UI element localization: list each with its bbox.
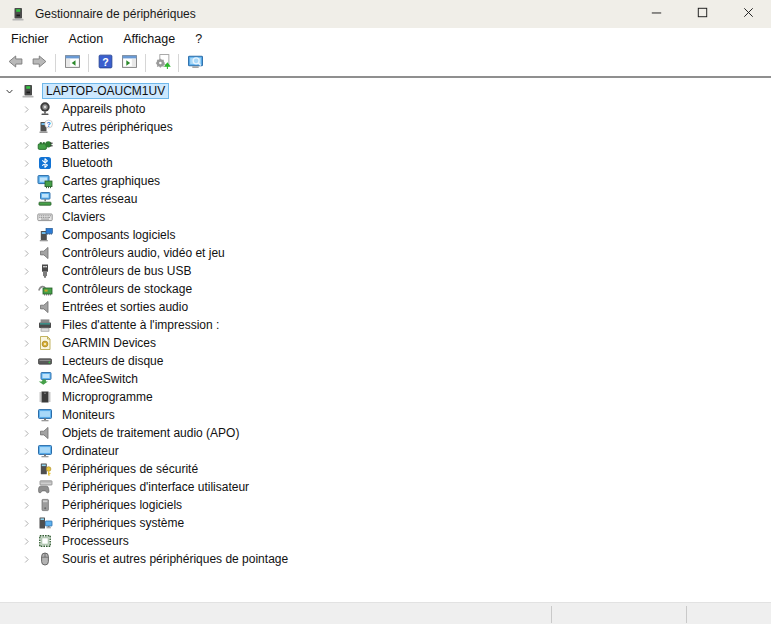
tree-item-files-d-attente-a-l-impression[interactable]: Files d'attente à l'impression : — [0, 316, 771, 334]
chevron-right-icon[interactable] — [20, 463, 33, 476]
action-pane-window-icon — [121, 53, 138, 73]
speaker-icon — [37, 245, 53, 261]
storage-controller-icon — [37, 281, 53, 297]
tree-item-controleurs-de-stockage[interactable]: Contrôleurs de stockage — [0, 280, 771, 298]
scan-hardware-changes-button[interactable] — [150, 52, 174, 74]
chevron-right-icon[interactable] — [20, 319, 33, 332]
tree-item-entrees-et-sorties-audio[interactable]: Entrées et sorties audio — [0, 298, 771, 316]
svg-text:?: ? — [46, 121, 50, 128]
tree-item-peripheriques-de-securite[interactable]: Périphériques de sécurité — [0, 460, 771, 478]
tree-item-objets-de-traitement-audio-apo[interactable]: Objets de traitement audio (APO) — [0, 424, 771, 442]
forward-button[interactable] — [27, 52, 51, 74]
tree-item-cartes-graphiques[interactable]: Cartes graphiques — [0, 172, 771, 190]
chevron-right-icon[interactable] — [20, 355, 33, 368]
tree-item-garmin-devices[interactable]: GARMIN Devices — [0, 334, 771, 352]
chevron-right-icon[interactable] — [20, 427, 33, 440]
firmware-chip-icon — [37, 389, 53, 405]
tree-item-label: Périphériques système — [59, 515, 187, 531]
tree-item-souris-et-autres-peripheriques-de-pointage[interactable]: Souris et autres périphériques de pointa… — [0, 550, 771, 568]
tree-item-controleurs-de-bus-usb[interactable]: Contrôleurs de bus USB — [0, 262, 771, 280]
tree-item-cartes-reseau[interactable]: Cartes réseau — [0, 190, 771, 208]
computer-icon — [20, 83, 36, 99]
chevron-right-icon[interactable] — [20, 301, 33, 314]
tree-item-label: Contrôleurs de bus USB — [59, 263, 194, 279]
chevron-right-icon[interactable] — [20, 535, 33, 548]
tree-item-controleurs-audio-video-et-jeu[interactable]: Contrôleurs audio, vidéo et jeu — [0, 244, 771, 262]
chevron-right-icon[interactable] — [20, 157, 33, 170]
chevron-right-icon[interactable] — [20, 391, 33, 404]
chevron-right-icon[interactable] — [20, 373, 33, 386]
tree-item-label: Objets de traitement audio (APO) — [59, 425, 242, 441]
chevron-right-icon[interactable] — [20, 193, 33, 206]
tree-item-label: Ordinateur — [59, 443, 122, 459]
tree-item-label: Souris et autres périphériques de pointa… — [59, 551, 291, 567]
tree-item-label: Périphériques logiciels — [59, 497, 185, 513]
tree-item-mcafeeswitch[interactable]: McAfeeSwitch — [0, 370, 771, 388]
chevron-right-icon[interactable] — [20, 445, 33, 458]
tree-item-processeurs[interactable]: Processeurs — [0, 532, 771, 550]
tree-item-label: Lecteurs de disque — [59, 353, 166, 369]
back-button[interactable] — [3, 52, 27, 74]
close-button[interactable] — [725, 0, 771, 28]
maximize-button[interactable] — [679, 0, 725, 28]
menu-action[interactable]: Action — [59, 29, 114, 49]
tree-item-label: Autres périphériques — [59, 119, 176, 135]
chevron-right-icon[interactable] — [20, 265, 33, 278]
toolbar-separator — [178, 54, 179, 72]
show-console-tree-button[interactable] — [60, 52, 84, 74]
chevron-right-icon[interactable] — [20, 121, 33, 134]
tree-item-label: Bluetooth — [59, 155, 116, 171]
chevron-right-icon[interactable] — [20, 409, 33, 422]
tree-item-peripheriques-systeme[interactable]: Périphériques système — [0, 514, 771, 532]
svg-text:?: ? — [102, 56, 108, 68]
chevron-right-icon[interactable] — [20, 175, 33, 188]
tree-item-peripheriques-logiciels[interactable]: Périphériques logiciels — [0, 496, 771, 514]
tree-item-label: Moniteurs — [59, 407, 118, 423]
chevron-right-icon[interactable] — [20, 283, 33, 296]
network-monitor-icon — [37, 371, 53, 387]
tree-item-moniteurs[interactable]: Moniteurs — [0, 406, 771, 424]
scan-hardware-icon — [154, 53, 171, 73]
chevron-right-icon[interactable] — [20, 211, 33, 224]
tree-item-peripheriques-d-interface-utilisateur[interactable]: Périphériques d'interface utilisateur — [0, 478, 771, 496]
toolbar-separator — [88, 54, 89, 72]
tree-item-label: Entrées et sorties audio — [59, 299, 191, 315]
chevron-down-icon[interactable] — [3, 85, 16, 98]
monitor-search-icon — [187, 53, 204, 73]
help-button[interactable]: ? — [93, 52, 117, 74]
chevron-right-icon[interactable] — [20, 247, 33, 260]
tree-item-composants-logiciels[interactable]: Composants logiciels — [0, 226, 771, 244]
disk-drive-icon — [37, 353, 53, 369]
tree-item-label: Processeurs — [59, 533, 132, 549]
chevron-right-icon[interactable] — [20, 337, 33, 350]
scan-devices-button[interactable] — [183, 52, 207, 74]
chevron-right-icon[interactable] — [20, 499, 33, 512]
status-cell-1 — [0, 606, 552, 623]
chevron-right-icon[interactable] — [20, 139, 33, 152]
tree-item-label: Cartes graphiques — [59, 173, 163, 189]
menu-fichier[interactable]: Fichier — [1, 29, 59, 49]
tree-item-autres-peripheriques[interactable]: ?Autres périphériques — [0, 118, 771, 136]
tree-item-microprogramme[interactable]: Microprogramme — [0, 388, 771, 406]
status-cell-3 — [687, 606, 771, 623]
toolbar: ? — [0, 50, 771, 78]
minimize-button[interactable] — [633, 0, 679, 28]
tree-item-bluetooth[interactable]: Bluetooth — [0, 154, 771, 172]
tree-item-lecteurs-de-disque[interactable]: Lecteurs de disque — [0, 352, 771, 370]
tree-item-claviers[interactable]: Claviers — [0, 208, 771, 226]
menu-aide[interactable]: ? — [185, 29, 212, 49]
unknown-device-icon: ? — [37, 119, 53, 135]
arrow-right-icon — [31, 53, 48, 73]
tree-item-ordinateur[interactable]: Ordinateur — [0, 442, 771, 460]
chevron-right-icon[interactable] — [20, 229, 33, 242]
tree-item-laptop-oaucm1uv[interactable]: LAPTOP-OAUCM1UV — [0, 82, 771, 100]
chevron-right-icon[interactable] — [20, 517, 33, 530]
show-action-pane-button[interactable] — [117, 52, 141, 74]
monitor-icon — [37, 407, 53, 423]
chevron-right-icon[interactable] — [20, 103, 33, 116]
chevron-right-icon[interactable] — [20, 481, 33, 494]
tree-item-batteries[interactable]: Batteries — [0, 136, 771, 154]
menu-affichage[interactable]: Affichage — [113, 29, 185, 49]
chevron-right-icon[interactable] — [20, 553, 33, 566]
tree-item-appareils-photo[interactable]: Appareils photo — [0, 100, 771, 118]
